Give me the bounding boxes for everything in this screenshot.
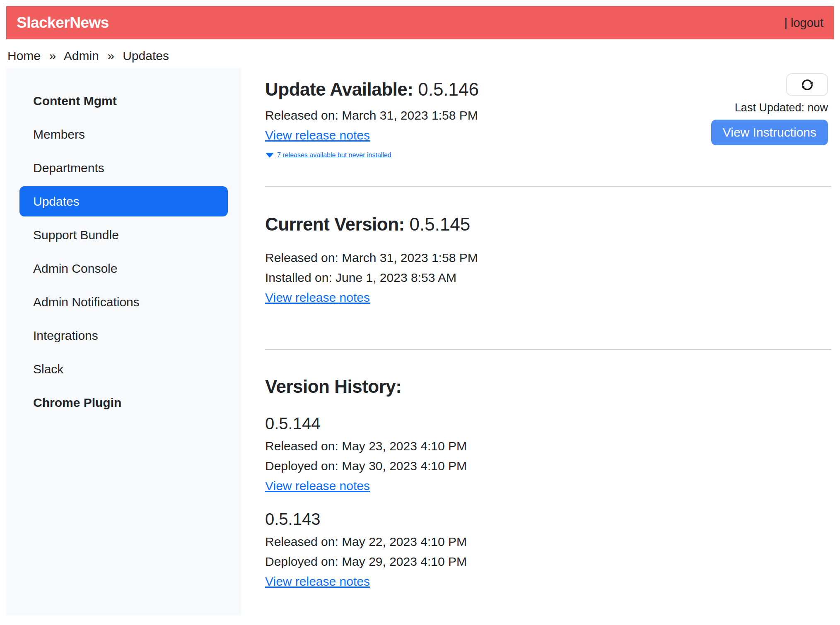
sidebar-item-departments[interactable]: Departments: [6, 151, 241, 185]
version-history-section: Version History: 0.5.144 Released on: Ma…: [265, 376, 831, 591]
entry-deployed-on: Deployed on: May 30, 2023 4:10 PM: [265, 456, 831, 476]
sidebar-item-members[interactable]: Members: [6, 118, 241, 151]
current-version-section: Current Version: 0.5.145 Released on: Ma…: [265, 214, 831, 308]
version-history-entry: 0.5.144 Released on: May 23, 2023 4:10 P…: [265, 414, 831, 496]
breadcrumb-home[interactable]: Home: [7, 49, 41, 62]
update-available-label: Update Available:: [265, 79, 413, 99]
breadcrumb-separator: »: [107, 49, 114, 62]
entry-released-on: Released on: May 23, 2023 4:10 PM: [265, 436, 831, 456]
update-controls: Last Updated: now View Instructions: [711, 73, 828, 145]
entry-release-notes-link[interactable]: View release notes: [265, 479, 370, 493]
never-installed-link[interactable]: 7 releases available but never installed: [277, 151, 391, 159]
entry-version-number: 0.5.144: [265, 414, 831, 433]
sidebar-item-chrome-plugin[interactable]: Chrome Plugin: [6, 386, 241, 419]
logout-separator: |: [784, 16, 787, 30]
breadcrumb-separator: »: [49, 49, 56, 62]
entry-deployed-on: Deployed on: May 29, 2023 4:10 PM: [265, 552, 831, 572]
entry-release-notes-link[interactable]: View release notes: [265, 575, 370, 588]
sidebar-item-support-bundle[interactable]: Support Bundle: [6, 218, 241, 252]
caret-down-icon: [265, 152, 274, 159]
sidebar-item-admin-console[interactable]: Admin Console: [6, 252, 241, 285]
refresh-button[interactable]: [786, 73, 828, 96]
update-release-notes-link[interactable]: View release notes: [265, 128, 370, 142]
app-header: SlackerNews | logout: [6, 6, 834, 39]
current-version-number: 0.5.145: [409, 214, 470, 234]
breadcrumb-admin[interactable]: Admin: [64, 49, 99, 62]
sidebar-item-updates[interactable]: Updates: [19, 186, 228, 216]
current-installed-on: Installed on: June 1, 2023 8:53 AM: [265, 268, 831, 288]
current-released-on: Released on: March 31, 2023 1:58 PM: [265, 248, 831, 268]
entry-version-number: 0.5.143: [265, 510, 831, 529]
content-layout: Content Mgmt Members Departments Updates…: [6, 68, 834, 615]
sidebar-item-admin-notifications[interactable]: Admin Notifications: [6, 285, 241, 319]
current-version-title: Current Version: 0.5.145: [265, 214, 831, 235]
current-version-label: Current Version:: [265, 214, 405, 234]
last-updated-text: Last Updated: now: [735, 101, 828, 114]
sidebar-item-slack[interactable]: Slack: [6, 352, 241, 386]
refresh-arrows-icon: [800, 77, 815, 92]
page: SlackerNews | logout Home » Admin » Upda…: [0, 0, 840, 625]
version-history-entry: 0.5.143 Released on: May 22, 2023 4:10 P…: [265, 510, 831, 591]
admin-sidebar: Content Mgmt Members Departments Updates…: [6, 68, 241, 615]
update-available-version: 0.5.146: [418, 79, 479, 99]
sidebar-item-content-mgmt[interactable]: Content Mgmt: [6, 84, 241, 118]
section-divider: [265, 186, 831, 187]
version-history-title: Version History:: [265, 376, 831, 397]
breadcrumb: Home » Admin » Updates: [7, 49, 834, 63]
app-title: SlackerNews: [17, 14, 109, 31]
view-instructions-button[interactable]: View Instructions: [711, 120, 828, 145]
never-installed-toggle[interactable]: 7 releases available but never installed: [265, 145, 831, 165]
current-release-notes-link[interactable]: View release notes: [265, 291, 370, 304]
logout-link[interactable]: logout: [791, 16, 823, 30]
sidebar-item-integrations[interactable]: Integrations: [6, 319, 241, 352]
sidebar-menu: Content Mgmt Members Departments Updates…: [6, 84, 241, 419]
entry-released-on: Released on: May 22, 2023 4:10 PM: [265, 532, 831, 552]
updates-main: Last Updated: now View Instructions Upda…: [265, 68, 834, 615]
breadcrumb-updates[interactable]: Updates: [123, 49, 169, 62]
section-divider: [265, 349, 831, 350]
logout-area: | logout: [784, 16, 823, 30]
